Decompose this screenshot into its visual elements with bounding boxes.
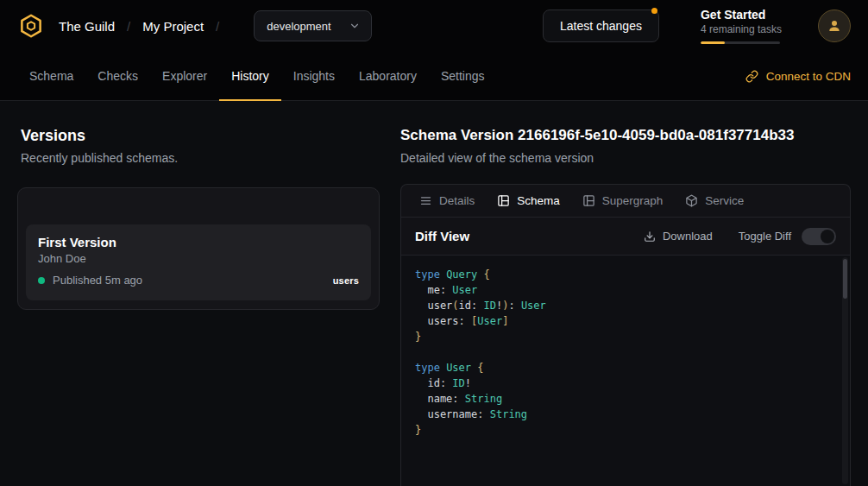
schema-version-subtitle: Detailed view of the schema version	[400, 151, 851, 165]
top-bar: The Guild / My Project / development Lat…	[0, 0, 868, 52]
link-icon	[745, 70, 758, 83]
code-scrollbar[interactable]	[842, 257, 848, 484]
versions-subtitle: Recently published schemas.	[21, 151, 380, 165]
versions-card: First Version John Doe Published 5m ago …	[17, 187, 380, 310]
code-scrollbar-thumb[interactable]	[843, 259, 847, 299]
tab-schema[interactable]: Schema	[17, 52, 85, 101]
project-breadcrumb[interactable]: My Project	[142, 19, 204, 34]
version-status-text: Published 5m ago	[53, 274, 142, 287]
versions-title: Versions	[21, 127, 380, 145]
tab-service-label: Service	[705, 194, 744, 207]
tab-history[interactable]: History	[219, 52, 281, 101]
download-button[interactable]: Download	[644, 230, 713, 243]
tab-insights[interactable]: Insights	[281, 52, 347, 101]
schema-version-detail-card: Details Schema	[400, 184, 851, 486]
latest-changes-button[interactable]: Latest changes	[543, 9, 659, 42]
breadcrumb-separator: /	[127, 19, 130, 34]
get-started-progress-track	[701, 41, 780, 44]
org-breadcrumb[interactable]: The Guild	[59, 19, 115, 34]
tab-supergraph-label: Supergraph	[602, 194, 664, 207]
tab-schema-label: Schema	[517, 194, 560, 207]
box-icon	[685, 194, 698, 207]
toggle-knob	[821, 230, 834, 243]
published-status-dot	[38, 277, 45, 284]
tab-laboratory[interactable]: Laboratory	[347, 52, 429, 101]
connect-to-cdn-button[interactable]: Connect to CDN	[745, 52, 851, 100]
breadcrumb: The Guild / My Project / development	[17, 10, 372, 41]
download-icon	[644, 230, 656, 243]
tab-schema-detail[interactable]: Schema	[486, 185, 571, 217]
hive-logo-icon[interactable]	[17, 12, 45, 40]
layout-icon	[497, 194, 510, 207]
app-root: The Guild / My Project / development Lat…	[0, 0, 868, 486]
schema-version-title: Schema Version 2166196f-5e10-4059-bd0a-0…	[400, 127, 851, 144]
code-lines: type Query { me: User user(id: ID!): Use…	[415, 267, 836, 438]
tab-explorer[interactable]: Explorer	[150, 52, 219, 101]
service-badge: users	[333, 275, 359, 286]
schema-code-block: type Query { me: User user(id: ID!): Use…	[401, 256, 850, 486]
diff-view-header: Diff View Download Toggle Diff	[401, 218, 850, 256]
tab-details[interactable]: Details	[408, 185, 486, 217]
diff-view-actions: Download Toggle Diff	[644, 228, 836, 245]
version-list-item[interactable]: First Version John Doe Published 5m ago …	[26, 224, 371, 300]
main-nav: Schema Checks Explorer History Insights …	[0, 52, 868, 101]
version-name: First Version	[38, 235, 359, 249]
tab-checks[interactable]: Checks	[85, 52, 150, 101]
latest-changes-label: Latest changes	[560, 19, 642, 33]
detail-tab-list: Details Schema	[401, 185, 850, 218]
diff-view-title: Diff View	[415, 229, 469, 243]
get-started-widget[interactable]: Get Started 4 remaining tasks	[701, 8, 782, 44]
get-started-title: Get Started	[701, 8, 782, 22]
schema-version-panel: Schema Version 2166196f-5e10-4059-bd0a-0…	[400, 127, 851, 486]
list-icon	[419, 194, 432, 207]
tab-details-label: Details	[439, 194, 475, 207]
download-label: Download	[663, 230, 713, 243]
environment-selector[interactable]: development	[254, 10, 371, 41]
tab-supergraph[interactable]: Supergraph	[571, 185, 675, 217]
environment-selected-value: development	[267, 20, 330, 33]
user-avatar[interactable]	[818, 9, 851, 42]
nav-tab-list: Schema Checks Explorer History Insights …	[17, 52, 497, 100]
get-started-progress-fill	[701, 41, 725, 44]
toggle-diff-label: Toggle Diff	[739, 230, 791, 243]
chevron-down-icon	[349, 20, 361, 32]
get-started-subtitle: 4 remaining tasks	[701, 23, 782, 35]
breadcrumb-separator: /	[216, 19, 219, 34]
layout-icon	[582, 194, 595, 207]
toggle-diff-switch[interactable]	[802, 228, 836, 245]
connect-to-cdn-label: Connect to CDN	[766, 70, 851, 83]
version-status-row: Published 5m ago users	[38, 274, 359, 287]
notification-dot	[651, 8, 657, 14]
version-author: John Doe	[38, 252, 359, 265]
top-bar-actions: Latest changes Get Started 4 remaining t…	[543, 8, 851, 44]
person-icon	[827, 18, 842, 34]
tab-service[interactable]: Service	[674, 185, 755, 217]
main-content: Versions Recently published schemas. Fir…	[0, 101, 868, 486]
tab-settings[interactable]: Settings	[429, 52, 497, 101]
versions-panel: Versions Recently published schemas. Fir…	[17, 127, 380, 486]
